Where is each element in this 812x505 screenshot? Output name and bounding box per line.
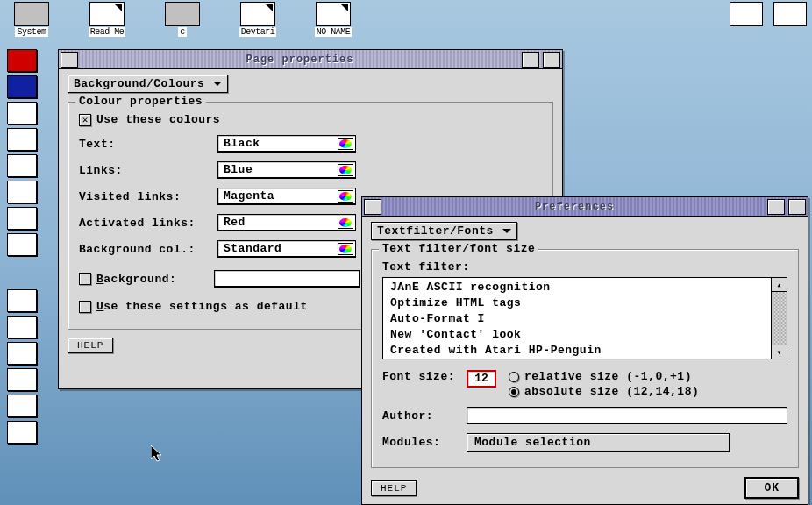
palette-icon: [338, 217, 353, 229]
activated-colour-label: Activated links:: [79, 217, 217, 230]
section-dropdown[interactable]: Textfilter/Fonts: [371, 222, 517, 240]
sidebar-terminal-icon[interactable]: [7, 181, 37, 203]
absolute-label: absolute size (12,14,18): [524, 385, 699, 398]
window-title: Page properties: [80, 53, 520, 66]
palette-icon: [338, 138, 353, 150]
minimize-button[interactable]: [767, 199, 785, 215]
chevron-down-icon: [502, 229, 511, 238]
fontsize-input[interactable]: 12: [467, 370, 496, 388]
printer-icon[interactable]: [773, 2, 807, 26]
sidebar-calendar-icon[interactable]: [7, 102, 37, 124]
section-dropdown[interactable]: Background/Colours: [68, 75, 228, 93]
cursor-icon: [151, 445, 165, 463]
titlebar[interactable]: Preferences: [362, 197, 808, 217]
activated-colour-field[interactable]: Red: [217, 214, 356, 231]
sidebar-mail-icon[interactable]: [7, 128, 37, 151]
links-colour-label: Links:: [79, 164, 217, 177]
desktop-icon-c[interactable]: c: [158, 2, 207, 37]
chevron-down-icon: [213, 82, 222, 90]
default-checkbox[interactable]: [79, 301, 91, 313]
ok-button[interactable]: OK: [744, 477, 799, 499]
list-item[interactable]: JAnE ASCII recognition: [390, 280, 764, 295]
scroll-track[interactable]: [772, 292, 787, 345]
sidebar-folder1-icon[interactable]: [7, 289, 37, 312]
desktop-icon-readme[interactable]: Read Me: [82, 2, 132, 37]
bgcol-colour-field[interactable]: Standard: [217, 240, 356, 258]
sidebar-folder2-icon[interactable]: [7, 316, 37, 338]
maximize-button[interactable]: [543, 52, 560, 68]
sidebar-tool-icon[interactable]: [7, 368, 37, 391]
use-colours-label: Use these colours: [96, 113, 220, 126]
drive-icon: [14, 2, 49, 26]
relative-radio[interactable]: [509, 372, 519, 382]
sidebar-qed-icon[interactable]: [7, 49, 37, 72]
filter-items: JAnE ASCII recognition Optimize HTML tag…: [383, 278, 771, 359]
text-colour-field[interactable]: Black: [217, 135, 356, 153]
desktop-icon-noname[interactable]: NO NAME: [309, 2, 358, 37]
book-icon[interactable]: [730, 2, 763, 26]
document-icon: [89, 2, 125, 26]
palette-icon: [338, 243, 353, 255]
filter-label: Text filter:: [382, 260, 787, 274]
top-right-icons: [730, 2, 807, 26]
window-title: Preferences: [383, 201, 766, 213]
help-button[interactable]: HELP: [371, 480, 417, 496]
filter-listbox[interactable]: JAnE ASCII recognition Optimize HTML tag…: [382, 277, 787, 359]
sidebar-wrench-icon[interactable]: [7, 395, 37, 417]
group-legend: Text filter/font size: [379, 242, 538, 255]
links-colour-field[interactable]: Blue: [217, 161, 356, 179]
sidebar-folder3-icon[interactable]: [7, 342, 37, 365]
fontsize-label: Font size:: [382, 370, 467, 383]
author-input[interactable]: [467, 407, 787, 424]
minimize-button[interactable]: [522, 52, 539, 68]
use-colours-checkbox[interactable]: ✕: [79, 114, 91, 126]
palette-icon: [338, 164, 353, 176]
preferences-window: Preferences Textfilter/Fonts Text filter…: [361, 196, 808, 505]
app-sidebar: [7, 49, 37, 444]
document-icon: [240, 2, 275, 26]
scroll-down-icon[interactable]: ▾: [772, 345, 787, 359]
textfilter-group: Text filter/font size Text filter: JAnE …: [371, 249, 799, 468]
desktop-icon-system[interactable]: System: [7, 2, 56, 37]
titlebar[interactable]: Page properties: [59, 50, 562, 69]
list-item[interactable]: Optimize HTML tags: [390, 295, 764, 311]
text-colour-label: Text:: [79, 138, 217, 151]
desktop-icon-row: System Read Me c Devtari NO NAME: [7, 2, 358, 37]
relative-label: relative size (-1,0,+1): [524, 370, 692, 383]
sidebar-map-icon[interactable]: [7, 233, 37, 256]
visited-colour-field[interactable]: Magenta: [217, 188, 356, 205]
drive-icon: [165, 2, 200, 26]
document-icon: [316, 2, 351, 26]
scroll-up-icon[interactable]: ▴: [772, 278, 787, 292]
absolute-radio[interactable]: [509, 387, 519, 397]
sidebar-gap: [7, 260, 37, 286]
background-input[interactable]: [214, 270, 360, 288]
sidebar-film-icon[interactable]: [7, 207, 37, 230]
maximize-button[interactable]: [788, 199, 806, 215]
bgcol-colour-label: Background col.:: [79, 243, 217, 256]
background-label: Background:: [96, 273, 214, 286]
group-legend: Colour properties: [75, 95, 206, 108]
scrollbar[interactable]: ▴ ▾: [771, 278, 787, 359]
modules-dropdown[interactable]: Module selection: [467, 433, 730, 452]
list-item[interactable]: Auto-Format I: [390, 311, 764, 327]
sidebar-netscape-icon[interactable]: [7, 75, 37, 98]
default-label: Use these settings as default: [96, 300, 308, 313]
modules-label: Modules:: [382, 436, 467, 449]
list-item[interactable]: New 'Contact' look: [390, 327, 764, 343]
sidebar-gear-icon[interactable]: [7, 421, 37, 444]
close-button[interactable]: [364, 199, 381, 215]
close-button[interactable]: [61, 52, 78, 68]
palette-icon: [338, 190, 353, 203]
background-checkbox[interactable]: [79, 273, 91, 285]
author-label: Author:: [382, 409, 467, 423]
list-item[interactable]: Created with Atari HP-Penguin: [390, 343, 764, 359]
desktop-icon-devtari[interactable]: Devtari: [233, 2, 282, 37]
sidebar-eye-icon[interactable]: [7, 154, 37, 177]
visited-colour-label: Visited links:: [79, 190, 217, 203]
help-button[interactable]: HELP: [68, 338, 113, 353]
